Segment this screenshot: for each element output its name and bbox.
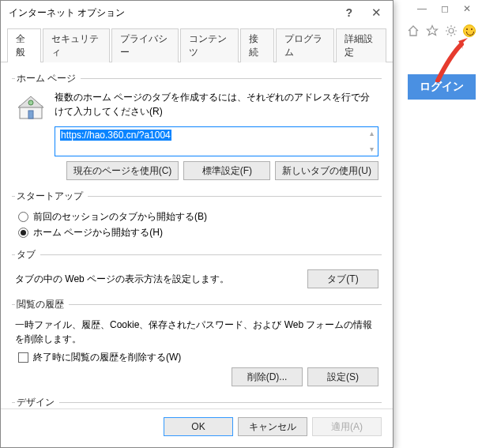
dialog-footer: OK キャンセル 適用(A) [1, 408, 393, 447]
browser-close-icon[interactable]: ✕ [463, 3, 471, 14]
scroll-down-icon[interactable]: ▾ [367, 145, 376, 154]
home-icon[interactable] [406, 24, 420, 38]
svg-point-4 [28, 100, 33, 105]
svg-point-0 [449, 28, 454, 33]
browser-window-chrome: — ◻ ✕ [395, 0, 482, 47]
use-newtab-button[interactable]: 新しいタブの使用(U) [275, 161, 378, 180]
radio-icon [18, 212, 28, 222]
group-tabs: タブ タブの中の Web ページの表示方法を設定します。 タブ(T) [12, 248, 382, 292]
group-homepage-legend: ホーム ページ [15, 72, 81, 85]
svg-rect-3 [28, 111, 33, 119]
homepage-description: 複数のホーム ページのタブを作成するには、それぞれのアドレスを行で分けて入力して… [55, 90, 378, 122]
checkbox-icon [18, 352, 28, 363]
dialog-content: ホーム ページ 複数のホーム ページのタブを作成するには、それぞれのアドレスを行… [1, 62, 393, 408]
dialog-title: インターネット オプション [9, 6, 341, 20]
tab-privacy[interactable]: プライバシー [111, 28, 179, 62]
tab-connections[interactable]: 接続 [240, 28, 274, 62]
browser-minimize-icon[interactable]: — [417, 3, 427, 14]
dialog-help-button[interactable]: ? [341, 5, 357, 21]
ok-button[interactable]: OK [164, 417, 233, 436]
radio-icon [18, 228, 28, 238]
radio-home-page[interactable]: ホーム ページから開始する(H) [18, 226, 378, 239]
group-startup: スタートアップ 前回のセッションのタブから開始する(B) ホーム ページから開始… [12, 190, 382, 242]
use-default-button[interactable]: 標準設定(F) [183, 161, 270, 180]
tab-programs[interactable]: プログラム [276, 28, 334, 62]
internet-options-dialog: インターネット オプション ? ✕ 全般 セキュリティ プライバシー コンテンツ… [0, 0, 394, 448]
gear-icon[interactable] [444, 24, 458, 38]
radio-last-session-label: 前回のセッションのタブから開始する(B) [33, 210, 207, 224]
dialog-close-button[interactable]: ✕ [367, 4, 386, 21]
apply-button: 適用(A) [312, 417, 382, 436]
homepage-url-value: https://hao.360.cn/?a1004 [60, 130, 171, 141]
radio-home-page-label: ホーム ページから開始する(H) [33, 226, 163, 239]
history-description: 一時ファイル、履歴、Cookie、保存されたパスワード、および Web フォーム… [15, 318, 378, 346]
tab-content[interactable]: コンテンツ [180, 28, 239, 62]
tabs-settings-button[interactable]: タブ(T) [307, 269, 378, 288]
homepage-url-textarea[interactable]: https://hao.360.cn/?a1004 ▴ ▾ [55, 126, 378, 156]
login-button[interactable]: ログイン [408, 74, 476, 100]
group-design-legend: デザイン [15, 396, 59, 408]
star-icon[interactable] [425, 24, 439, 38]
group-history-legend: 閲覧の履歴 [15, 298, 69, 311]
group-startup-legend: スタートアップ [15, 190, 88, 203]
history-settings-button[interactable]: 設定(S) [307, 367, 378, 386]
group-tabs-legend: タブ [15, 248, 40, 262]
radio-last-session[interactable]: 前回のセッションのタブから開始する(B) [18, 210, 378, 224]
dialog-titlebar: インターネット オプション ? ✕ [1, 1, 393, 24]
smiley-icon[interactable] [463, 24, 476, 37]
group-homepage: ホーム ページ 複数のホーム ページのタブを作成するには、それぞれのアドレスを行… [12, 72, 382, 183]
tabstrip: 全般 セキュリティ プライバシー コンテンツ 接続 プログラム 詳細設定 [1, 24, 393, 62]
use-current-button[interactable]: 現在のページを使用(C) [66, 161, 179, 180]
tabs-description: タブの中の Web ページの表示方法を設定します。 [15, 273, 299, 286]
group-design: デザイン 色(O) 言語(L) フォント(N) ユーザー補助(E) [12, 396, 382, 408]
home-page-icon [15, 90, 47, 122]
tab-advanced[interactable]: 詳細設定 [336, 28, 386, 62]
tab-general[interactable]: 全般 [7, 28, 41, 62]
delete-on-exit-label: 終了時に閲覧の履歴を削除する(W) [33, 351, 181, 364]
cancel-button[interactable]: キャンセル [238, 417, 307, 436]
tab-security[interactable]: セキュリティ [43, 28, 110, 62]
browser-maximize-icon[interactable]: ◻ [441, 3, 449, 14]
delete-on-exit-checkbox[interactable]: 終了時に閲覧の履歴を削除する(W) [18, 351, 378, 364]
group-history: 閲覧の履歴 一時ファイル、履歴、Cookie、保存されたパスワード、および We… [12, 298, 382, 390]
scroll-up-icon[interactable]: ▴ [367, 129, 376, 138]
history-delete-button[interactable]: 削除(D)... [232, 367, 303, 386]
